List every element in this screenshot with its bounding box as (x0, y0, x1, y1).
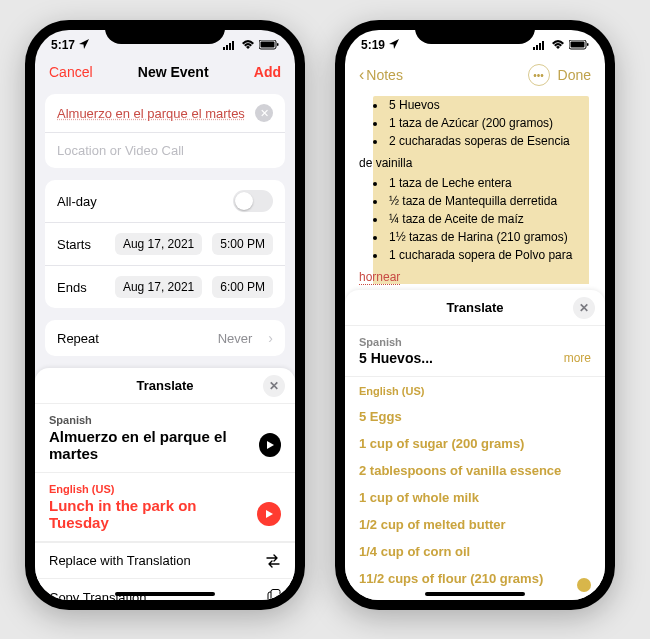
time-block: All-day Starts Aug 17, 2021 5:00 PM Ends… (45, 180, 285, 308)
list-item: 1 cucharada sopera de Polvo para (387, 246, 589, 264)
wifi-icon (241, 40, 255, 50)
target-block: English (US) 5 Eggs 1 cup of sugar (200 … (345, 377, 605, 600)
translation-line: 1 cup of sugar (200 grams) (359, 430, 591, 457)
starts-label: Starts (57, 237, 91, 252)
more-menu-button[interactable]: ••• (528, 64, 550, 86)
copy-icon (267, 589, 281, 600)
more-button[interactable]: more (564, 351, 591, 365)
title-location-block: Almuerzo en el parque el martes ✕ Locati… (45, 94, 285, 168)
selected-text: 5 Huevos 1 taza de Azúcar (200 gramos) 2… (373, 96, 589, 284)
svg-rect-6 (277, 43, 279, 46)
start-date-chip[interactable]: Aug 17, 2021 (115, 233, 202, 255)
status-time: 5:19 (361, 38, 385, 52)
home-indicator[interactable] (425, 592, 525, 596)
svg-rect-2 (229, 43, 231, 50)
translate-sheet: Translate ✕ Spanish 5 Huevos... more Eng… (345, 290, 605, 600)
svg-rect-8 (271, 590, 280, 601)
svg-rect-5 (261, 42, 275, 48)
svg-rect-15 (536, 45, 538, 50)
nav-title: New Event (138, 64, 209, 80)
svg-rect-1 (226, 45, 228, 50)
replace-action[interactable]: Replace with Translation (35, 542, 295, 578)
sheet-title: Translate (446, 300, 503, 315)
sheet-header: Translate ✕ (345, 290, 605, 326)
source-text: Almuerzo en el parque el martes (49, 428, 259, 462)
replace-label: Replace with Translation (49, 553, 191, 568)
add-button[interactable]: Add (254, 64, 281, 80)
svg-rect-17 (542, 41, 544, 50)
compose-button[interactable] (577, 578, 591, 592)
allday-toggle[interactable] (233, 190, 273, 212)
repeat-row[interactable]: Repeat Never › (45, 320, 285, 356)
sheet-header: Translate ✕ (35, 368, 295, 404)
chevron-left-icon: ‹ (359, 66, 364, 84)
nav-bar: Cancel New Event Add (35, 60, 295, 88)
list-item-wrap: hornear (359, 270, 400, 285)
starts-row[interactable]: Starts Aug 17, 2021 5:00 PM (45, 223, 285, 266)
repeat-value: Never (218, 331, 253, 346)
chevron-right-icon: › (268, 330, 273, 346)
source-lang-label: Spanish (359, 336, 591, 348)
svg-rect-19 (571, 42, 585, 48)
source-text: 5 Huevos... (359, 350, 433, 366)
ends-label: Ends (57, 280, 87, 295)
location-arrow-icon (389, 38, 399, 52)
start-time-chip[interactable]: 5:00 PM (212, 233, 273, 255)
list-item: 1 taza de Leche entera (387, 174, 589, 192)
target-lang-label: English (US) (49, 483, 281, 495)
signal-icon (533, 41, 547, 50)
battery-icon (259, 40, 279, 50)
ends-row[interactable]: Ends Aug 17, 2021 6:00 PM (45, 266, 285, 308)
target-text: Lunch in the park on Tuesday (49, 497, 257, 531)
wifi-icon (551, 40, 565, 50)
end-date-chip[interactable]: Aug 17, 2021 (115, 276, 202, 298)
svg-rect-20 (587, 43, 589, 46)
allday-row: All-day (45, 180, 285, 223)
svg-rect-16 (539, 43, 541, 50)
end-time-chip[interactable]: 6:00 PM (212, 276, 273, 298)
list-item-wrap: de vainilla (359, 156, 589, 170)
translation-line: 1/2 cup of melted butter (359, 511, 591, 538)
location-placeholder: Location or Video Call (57, 143, 184, 158)
note-body[interactable]: 5 Huevos 1 taza de Azúcar (200 gramos) 2… (345, 92, 605, 284)
cancel-button[interactable]: Cancel (49, 64, 93, 80)
target-lang-label: English (US) (359, 385, 591, 397)
close-icon[interactable]: ✕ (573, 297, 595, 319)
location-arrow-icon (79, 38, 89, 52)
translation-line: 2 tablespoons of vanilla essence (359, 457, 591, 484)
close-icon[interactable]: ✕ (263, 375, 285, 397)
translation-line: 11/2 cups of flour (210 grams) (359, 565, 591, 592)
sheet-title: Translate (136, 378, 193, 393)
home-indicator[interactable] (115, 592, 215, 596)
notch (105, 20, 225, 44)
event-title-field[interactable]: Almuerzo en el parque el martes ✕ (45, 94, 285, 133)
event-title-text: Almuerzo en el parque el martes (57, 106, 245, 121)
play-target-button[interactable] (257, 502, 281, 526)
translation-line: 1/4 cup of corn oil (359, 538, 591, 565)
source-lang-label: Spanish (49, 414, 281, 426)
list-item: ¼ taza de Aceite de maíz (387, 210, 589, 228)
svg-rect-0 (223, 47, 225, 50)
allday-label: All-day (57, 194, 97, 209)
notch (415, 20, 535, 44)
list-item: 2 cucharadas soperas de Esencia (387, 132, 589, 150)
svg-rect-14 (533, 47, 535, 50)
done-button[interactable]: Done (558, 67, 591, 83)
svg-rect-3 (232, 41, 234, 50)
play-source-button[interactable] (259, 433, 281, 457)
status-icons (223, 40, 279, 50)
back-button[interactable]: ‹ Notes (359, 66, 403, 84)
notes-nav: ‹ Notes ••• Done (345, 60, 605, 92)
repeat-block: Repeat Never › (45, 320, 285, 356)
replace-icon (265, 554, 281, 568)
clear-text-icon[interactable]: ✕ (255, 104, 273, 122)
phone-notes: 5:19 ‹ Notes ••• Done (335, 20, 615, 610)
list-item: 5 Huevos (387, 96, 589, 114)
status-time: 5:17 (51, 38, 75, 52)
list-item: ½ taza de Mantequilla derretida (387, 192, 589, 210)
translation-line: 5 Eggs (359, 403, 591, 430)
phone-calendar: 5:17 Cancel New Event Add Almuer (25, 20, 305, 610)
copy-action[interactable]: Copy Translation (35, 578, 295, 600)
signal-icon (223, 41, 237, 50)
location-field[interactable]: Location or Video Call (45, 133, 285, 168)
